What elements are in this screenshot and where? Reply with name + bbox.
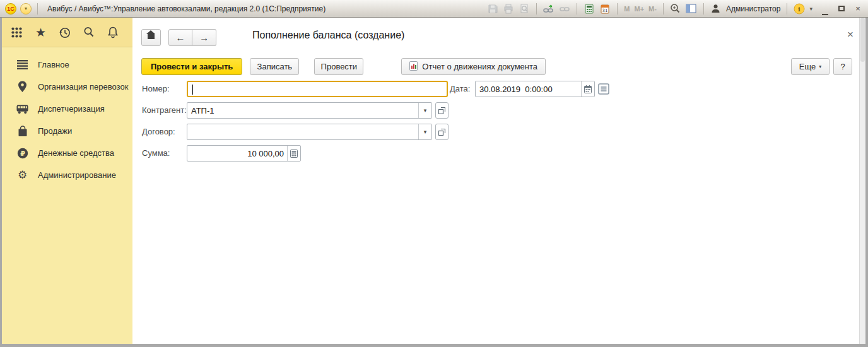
- more-button-label: Еще: [799, 62, 816, 71]
- split-view-icon[interactable]: [686, 3, 697, 15]
- counterparty-label: Контрагент:: [142, 102, 187, 119]
- memory-m-minus-button: M-: [648, 5, 657, 13]
- titlebar-toolbar: 31 M M+ M- Администратор i ▾: [487, 3, 812, 15]
- home-icon: [147, 34, 155, 41]
- number-field[interactable]: [187, 81, 448, 97]
- sidebar-menu: Главное Организация перевозок Диспетчери…: [2, 47, 132, 186]
- shopping-bag-icon: [16, 125, 28, 137]
- back-button[interactable]: ←: [168, 29, 192, 46]
- goto-link-icon: [559, 3, 570, 15]
- notifications-bell-icon[interactable]: [106, 26, 119, 39]
- apps-grid-icon[interactable]: [10, 26, 23, 39]
- post-button[interactable]: Провести: [314, 58, 363, 75]
- calculator-icon[interactable]: [584, 3, 595, 15]
- counterparty-field[interactable]: ▾: [187, 102, 432, 119]
- maximize-button[interactable]: [836, 4, 847, 13]
- form-toolbar: Провести и закрыть Записать Провести Отч…: [141, 58, 546, 75]
- print-preview-icon: [519, 3, 530, 15]
- counterparty-dropdown-icon[interactable]: ▾: [418, 103, 431, 118]
- save-icon: [487, 3, 498, 15]
- close-window-button[interactable]: ×: [853, 4, 863, 13]
- ruble-coin-icon: ₽: [16, 147, 28, 159]
- favorites-star-icon[interactable]: ★: [34, 26, 47, 39]
- post-and-close-button[interactable]: Провести и закрыть: [141, 58, 242, 75]
- window-title: Авибус / Авибус™:Управление автовокзалам…: [47, 4, 483, 13]
- sidebar: ★ Главное Организа: [2, 18, 132, 344]
- contract-open-button[interactable]: [435, 124, 449, 140]
- print-icon: [503, 3, 514, 15]
- svg-text:i: i: [799, 6, 801, 13]
- home-button[interactable]: [141, 29, 161, 46]
- nav-history-group: ← →: [168, 29, 216, 46]
- number-input[interactable]: [188, 82, 447, 96]
- sidebar-item-label: Администрирование: [38, 170, 116, 180]
- sidebar-item-transport-organization[interactable]: Организация перевозок: [2, 76, 132, 98]
- sidebar-item-label: Денежные средства: [38, 148, 114, 158]
- calendar-icon[interactable]: 31: [599, 3, 611, 15]
- sidebar-item-label: Организация перевозок: [38, 82, 128, 91]
- divider: [703, 3, 704, 15]
- sidebar-panel-toolbar: ★: [2, 18, 132, 47]
- chevron-down-icon[interactable]: ▾: [809, 6, 812, 12]
- sidebar-item-label: Диспетчеризация: [38, 104, 105, 114]
- sidebar-item-label: Продажи: [38, 126, 72, 136]
- current-user-label[interactable]: Администратор: [726, 4, 781, 13]
- sidebar-item-cash[interactable]: ₽ Денежные средства: [2, 142, 132, 164]
- zoom-icon[interactable]: [670, 3, 681, 15]
- contract-field[interactable]: ▾: [187, 124, 432, 140]
- bus-icon: [16, 103, 28, 115]
- text-caret: [192, 85, 193, 95]
- divider: [663, 3, 664, 15]
- contract-dropdown-icon[interactable]: ▾: [418, 124, 431, 139]
- sidebar-item-main[interactable]: Главное: [2, 54, 132, 76]
- divider: [536, 3, 537, 15]
- counterparty-input[interactable]: [187, 103, 418, 118]
- amount-input[interactable]: [187, 146, 287, 161]
- memory-m-plus-button: M+: [634, 5, 644, 13]
- history-icon[interactable]: [58, 26, 71, 39]
- more-button[interactable]: Еще ▾: [791, 58, 830, 75]
- save-button[interactable]: Записать: [250, 58, 299, 75]
- page-title: Пополнение баланса (создание): [252, 30, 404, 41]
- date-label: Дата:: [450, 81, 470, 97]
- document-form: ← → Пополнение баланса (создание) × Пров…: [132, 18, 859, 344]
- document-movements-report-button[interactable]: Отчет о движениях документа: [401, 58, 546, 75]
- contract-input[interactable]: [187, 124, 418, 139]
- gear-icon: ⚙: [16, 169, 28, 181]
- date-field[interactable]: [475, 81, 595, 97]
- main-menu-button[interactable]: ▾: [20, 3, 32, 15]
- scrollbar-thumb[interactable]: [860, 18, 865, 62]
- amount-label: Сумма:: [142, 145, 170, 162]
- search-icon[interactable]: [82, 26, 95, 39]
- report-document-icon: [409, 61, 418, 73]
- report-button-label: Отчет о движениях документа: [422, 62, 537, 71]
- window-controls: ×: [820, 4, 863, 13]
- amount-field[interactable]: [187, 145, 301, 162]
- sidebar-item-label: Главное: [38, 60, 69, 69]
- get-link-icon[interactable]: [543, 3, 554, 15]
- counterparty-open-button[interactable]: [435, 102, 449, 119]
- vertical-scrollbar[interactable]: [859, 18, 865, 344]
- amount-calculator-icon[interactable]: [287, 146, 300, 161]
- divider: [617, 3, 618, 15]
- chevron-down-icon: ▾: [819, 64, 821, 69]
- help-button[interactable]: ?: [833, 58, 852, 75]
- memory-m-button: M: [624, 5, 630, 13]
- document-journal-icon[interactable]: [598, 83, 609, 95]
- contract-label: Договор:: [142, 124, 175, 140]
- sidebar-item-dispatching[interactable]: Диспетчеризация: [2, 98, 132, 120]
- sidebar-item-sales[interactable]: Продажи: [2, 120, 132, 142]
- close-form-icon[interactable]: ×: [847, 29, 853, 40]
- date-picker-calendar-icon[interactable]: [581, 81, 594, 97]
- app-window: 1С ▾ Авибус / Авибус™:Управление автовок…: [0, 0, 868, 347]
- info-icon[interactable]: i: [794, 3, 805, 15]
- sidebar-item-administration[interactable]: ⚙ Администрирование: [2, 164, 132, 186]
- location-pin-icon: [16, 81, 28, 93]
- menu-lines-icon: [16, 59, 28, 71]
- forward-button[interactable]: →: [192, 29, 216, 46]
- number-label: Номер:: [142, 81, 170, 97]
- minimize-button[interactable]: [820, 4, 830, 13]
- svg-text:31: 31: [602, 8, 608, 13]
- titlebar: 1С ▾ Авибус / Авибус™:Управление автовок…: [0, 0, 868, 18]
- date-input[interactable]: [476, 81, 581, 97]
